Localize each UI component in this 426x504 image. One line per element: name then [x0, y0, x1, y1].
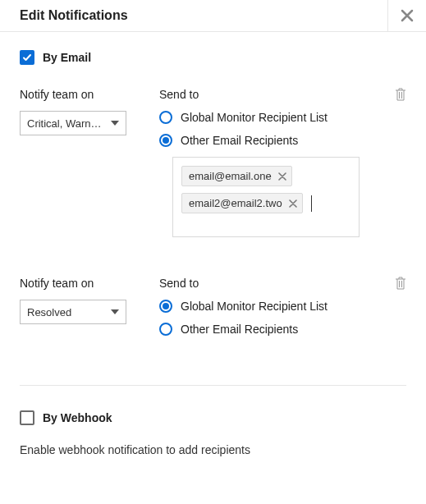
by-webhook-label: By Webhook	[43, 411, 112, 424]
radio-global-list-2[interactable]: Global Monitor Recipient List	[159, 300, 406, 313]
close-button[interactable]	[400, 8, 415, 23]
dialog-title: Edit Notifications	[20, 8, 128, 23]
chip-remove-button[interactable]	[278, 172, 286, 181]
by-webhook-row: By Webhook	[20, 410, 406, 425]
email-chip-text: email@email.one	[189, 170, 272, 182]
email-chip: email@email.one	[181, 166, 292, 186]
by-webhook-checkbox[interactable]	[20, 410, 34, 425]
radio-other-recipients-1[interactable]: Other Email Recipients	[159, 134, 406, 147]
text-cursor	[311, 195, 312, 212]
section-divider	[20, 385, 406, 386]
email-chip-text: email2@email2.two	[189, 197, 282, 209]
notify-section-2: Notify team on Resolved Send to Global M…	[20, 277, 406, 346]
notify-label-1: Notify team on	[20, 88, 143, 101]
radio-icon	[159, 134, 172, 147]
close-icon	[278, 172, 286, 181]
delete-section-button-1[interactable]	[395, 88, 406, 103]
email-chip: email2@email2.two	[181, 193, 303, 213]
radio-global-list-1[interactable]: Global Monitor Recipient List	[159, 111, 406, 124]
notify-label-2: Notify team on	[20, 277, 143, 290]
notify-section-1: Notify team on Critical, Warn… Send to G…	[20, 88, 406, 237]
check-icon	[22, 53, 32, 62]
trash-icon	[395, 88, 406, 101]
dialog-header: Edit Notifications	[0, 0, 426, 32]
notify-left-col-1: Notify team on Critical, Warn…	[20, 88, 143, 237]
radio-label-other-1: Other Email Recipients	[181, 134, 298, 147]
trash-icon	[395, 277, 406, 290]
by-email-row: By Email	[20, 50, 406, 65]
notify-select-value-2: Resolved	[27, 306, 71, 318]
close-icon	[289, 199, 297, 208]
by-email-label: By Email	[43, 51, 91, 64]
chevron-down-icon	[111, 121, 119, 126]
close-icon	[400, 8, 415, 23]
radio-label-global-1: Global Monitor Recipient List	[181, 111, 328, 124]
send-to-col-1: Send to Global Monitor Recipient List Ot…	[159, 88, 406, 237]
header-divider	[387, 0, 388, 31]
by-email-checkbox[interactable]	[20, 50, 34, 65]
radio-icon	[159, 300, 172, 313]
notify-select-1[interactable]: Critical, Warn…	[20, 111, 126, 135]
notify-select-value-1: Critical, Warn…	[27, 117, 102, 130]
chevron-down-icon	[111, 309, 119, 314]
radio-label-global-2: Global Monitor Recipient List	[181, 300, 328, 313]
delete-section-button-2[interactable]	[395, 277, 406, 292]
notify-left-col-2: Notify team on Resolved	[20, 277, 143, 346]
radio-label-other-2: Other Email Recipients	[181, 323, 298, 336]
dialog-body: By Email Notify team on Critical, Warn… …	[0, 32, 426, 473]
email-recipients-input[interactable]: email@email.one email2@email2.two	[172, 157, 360, 237]
radio-icon	[159, 323, 172, 336]
send-to-label-1: Send to	[159, 88, 406, 101]
chip-remove-button[interactable]	[289, 199, 297, 208]
radio-other-recipients-2[interactable]: Other Email Recipients	[159, 323, 406, 336]
send-to-col-2: Send to Global Monitor Recipient List Ot…	[159, 277, 406, 346]
webhook-hint: Enable webhook notification to add recip…	[20, 443, 406, 456]
notify-select-2[interactable]: Resolved	[20, 300, 126, 324]
radio-icon	[159, 111, 172, 124]
send-to-label-2: Send to	[159, 277, 406, 290]
